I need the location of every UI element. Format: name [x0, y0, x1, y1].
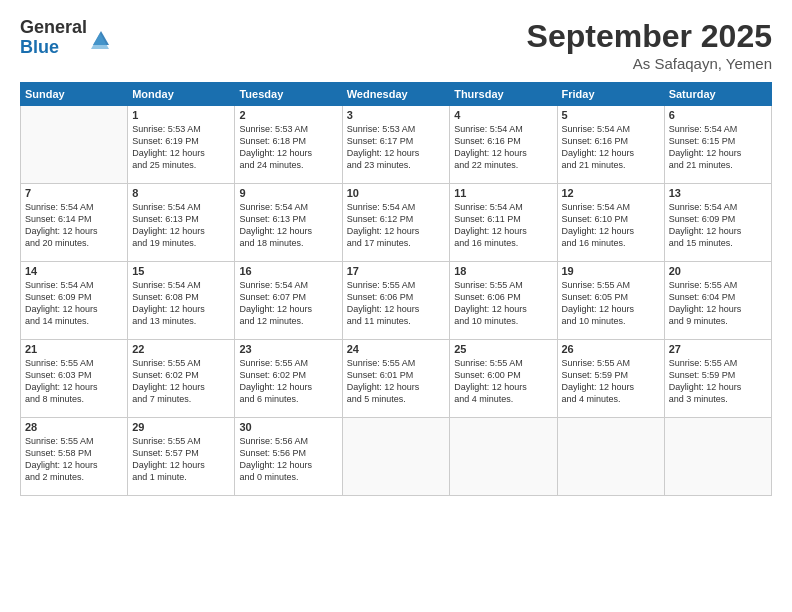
day-info: Sunrise: 5:55 AM Sunset: 6:03 PM Dayligh…: [25, 357, 123, 406]
day-number: 16: [239, 265, 337, 277]
calendar-cell: 14Sunrise: 5:54 AM Sunset: 6:09 PM Dayli…: [21, 262, 128, 340]
day-info: Sunrise: 5:54 AM Sunset: 6:14 PM Dayligh…: [25, 201, 123, 250]
calendar-cell: [664, 418, 771, 496]
day-info: Sunrise: 5:54 AM Sunset: 6:12 PM Dayligh…: [347, 201, 445, 250]
day-number: 17: [347, 265, 445, 277]
header-sunday: Sunday: [21, 83, 128, 106]
calendar-cell: 30Sunrise: 5:56 AM Sunset: 5:56 PM Dayli…: [235, 418, 342, 496]
day-info: Sunrise: 5:54 AM Sunset: 6:13 PM Dayligh…: [132, 201, 230, 250]
calendar-cell: 12Sunrise: 5:54 AM Sunset: 6:10 PM Dayli…: [557, 184, 664, 262]
day-info: Sunrise: 5:55 AM Sunset: 6:04 PM Dayligh…: [669, 279, 767, 328]
day-number: 21: [25, 343, 123, 355]
calendar-cell: 10Sunrise: 5:54 AM Sunset: 6:12 PM Dayli…: [342, 184, 449, 262]
logo: General Blue: [20, 18, 111, 58]
day-number: 13: [669, 187, 767, 199]
calendar-cell: 29Sunrise: 5:55 AM Sunset: 5:57 PM Dayli…: [128, 418, 235, 496]
day-number: 19: [562, 265, 660, 277]
calendar-cell: 23Sunrise: 5:55 AM Sunset: 6:02 PM Dayli…: [235, 340, 342, 418]
day-number: 2: [239, 109, 337, 121]
day-number: 26: [562, 343, 660, 355]
day-number: 5: [562, 109, 660, 121]
day-number: 28: [25, 421, 123, 433]
calendar-cell: [557, 418, 664, 496]
day-number: 8: [132, 187, 230, 199]
day-info: Sunrise: 5:55 AM Sunset: 6:06 PM Dayligh…: [347, 279, 445, 328]
day-info: Sunrise: 5:54 AM Sunset: 6:16 PM Dayligh…: [454, 123, 552, 172]
calendar-cell: 21Sunrise: 5:55 AM Sunset: 6:03 PM Dayli…: [21, 340, 128, 418]
header-tuesday: Tuesday: [235, 83, 342, 106]
calendar-cell: 9Sunrise: 5:54 AM Sunset: 6:13 PM Daylig…: [235, 184, 342, 262]
day-number: 9: [239, 187, 337, 199]
calendar-cell: 25Sunrise: 5:55 AM Sunset: 6:00 PM Dayli…: [450, 340, 557, 418]
logo-general: General: [20, 18, 87, 38]
day-number: 20: [669, 265, 767, 277]
header-saturday: Saturday: [664, 83, 771, 106]
calendar-cell: 20Sunrise: 5:55 AM Sunset: 6:04 PM Dayli…: [664, 262, 771, 340]
header-monday: Monday: [128, 83, 235, 106]
day-info: Sunrise: 5:54 AM Sunset: 6:13 PM Dayligh…: [239, 201, 337, 250]
calendar-week-5: 28Sunrise: 5:55 AM Sunset: 5:58 PM Dayli…: [21, 418, 772, 496]
day-number: 10: [347, 187, 445, 199]
header-wednesday: Wednesday: [342, 83, 449, 106]
day-info: Sunrise: 5:54 AM Sunset: 6:16 PM Dayligh…: [562, 123, 660, 172]
day-number: 15: [132, 265, 230, 277]
title-location: As Safaqayn, Yemen: [527, 55, 772, 72]
calendar-cell: 17Sunrise: 5:55 AM Sunset: 6:06 PM Dayli…: [342, 262, 449, 340]
calendar-cell: 13Sunrise: 5:54 AM Sunset: 6:09 PM Dayli…: [664, 184, 771, 262]
title-month: September 2025: [527, 18, 772, 55]
day-info: Sunrise: 5:53 AM Sunset: 6:17 PM Dayligh…: [347, 123, 445, 172]
calendar-cell: 3Sunrise: 5:53 AM Sunset: 6:17 PM Daylig…: [342, 106, 449, 184]
day-number: 18: [454, 265, 552, 277]
day-info: Sunrise: 5:54 AM Sunset: 6:15 PM Dayligh…: [669, 123, 767, 172]
calendar-cell: 15Sunrise: 5:54 AM Sunset: 6:08 PM Dayli…: [128, 262, 235, 340]
calendar-cell: 18Sunrise: 5:55 AM Sunset: 6:06 PM Dayli…: [450, 262, 557, 340]
calendar-cell: 22Sunrise: 5:55 AM Sunset: 6:02 PM Dayli…: [128, 340, 235, 418]
day-info: Sunrise: 5:55 AM Sunset: 6:06 PM Dayligh…: [454, 279, 552, 328]
calendar-cell: 11Sunrise: 5:54 AM Sunset: 6:11 PM Dayli…: [450, 184, 557, 262]
title-block: September 2025 As Safaqayn, Yemen: [527, 18, 772, 72]
day-info: Sunrise: 5:55 AM Sunset: 6:02 PM Dayligh…: [239, 357, 337, 406]
calendar-cell: 27Sunrise: 5:55 AM Sunset: 5:59 PM Dayli…: [664, 340, 771, 418]
day-number: 25: [454, 343, 552, 355]
calendar-cell: 7Sunrise: 5:54 AM Sunset: 6:14 PM Daylig…: [21, 184, 128, 262]
day-number: 27: [669, 343, 767, 355]
header-thursday: Thursday: [450, 83, 557, 106]
day-number: 1: [132, 109, 230, 121]
logo-blue: Blue: [20, 38, 87, 58]
calendar-cell: 5Sunrise: 5:54 AM Sunset: 6:16 PM Daylig…: [557, 106, 664, 184]
day-info: Sunrise: 5:55 AM Sunset: 6:00 PM Dayligh…: [454, 357, 552, 406]
day-number: 4: [454, 109, 552, 121]
header-friday: Friday: [557, 83, 664, 106]
day-info: Sunrise: 5:54 AM Sunset: 6:09 PM Dayligh…: [669, 201, 767, 250]
logo-icon: [89, 27, 111, 49]
calendar-cell: 26Sunrise: 5:55 AM Sunset: 5:59 PM Dayli…: [557, 340, 664, 418]
day-number: 24: [347, 343, 445, 355]
day-info: Sunrise: 5:54 AM Sunset: 6:10 PM Dayligh…: [562, 201, 660, 250]
header: General Blue September 2025 As Safaqayn,…: [20, 18, 772, 72]
calendar-cell: [342, 418, 449, 496]
calendar-cell: 16Sunrise: 5:54 AM Sunset: 6:07 PM Dayli…: [235, 262, 342, 340]
calendar-cell: 24Sunrise: 5:55 AM Sunset: 6:01 PM Dayli…: [342, 340, 449, 418]
day-info: Sunrise: 5:55 AM Sunset: 5:57 PM Dayligh…: [132, 435, 230, 484]
calendar-cell: 19Sunrise: 5:55 AM Sunset: 6:05 PM Dayli…: [557, 262, 664, 340]
calendar-cell: 6Sunrise: 5:54 AM Sunset: 6:15 PM Daylig…: [664, 106, 771, 184]
calendar-header-row: Sunday Monday Tuesday Wednesday Thursday…: [21, 83, 772, 106]
day-info: Sunrise: 5:53 AM Sunset: 6:18 PM Dayligh…: [239, 123, 337, 172]
day-number: 6: [669, 109, 767, 121]
day-number: 14: [25, 265, 123, 277]
calendar-cell: 8Sunrise: 5:54 AM Sunset: 6:13 PM Daylig…: [128, 184, 235, 262]
day-number: 29: [132, 421, 230, 433]
calendar-cell: [450, 418, 557, 496]
calendar-cell: 1Sunrise: 5:53 AM Sunset: 6:19 PM Daylig…: [128, 106, 235, 184]
calendar-cell: 28Sunrise: 5:55 AM Sunset: 5:58 PM Dayli…: [21, 418, 128, 496]
day-number: 3: [347, 109, 445, 121]
day-info: Sunrise: 5:54 AM Sunset: 6:08 PM Dayligh…: [132, 279, 230, 328]
calendar-week-2: 7Sunrise: 5:54 AM Sunset: 6:14 PM Daylig…: [21, 184, 772, 262]
day-number: 11: [454, 187, 552, 199]
day-info: Sunrise: 5:55 AM Sunset: 5:59 PM Dayligh…: [669, 357, 767, 406]
day-number: 23: [239, 343, 337, 355]
page: General Blue September 2025 As Safaqayn,…: [0, 0, 792, 612]
day-info: Sunrise: 5:55 AM Sunset: 5:58 PM Dayligh…: [25, 435, 123, 484]
day-number: 22: [132, 343, 230, 355]
logo-text: General Blue: [20, 18, 87, 58]
